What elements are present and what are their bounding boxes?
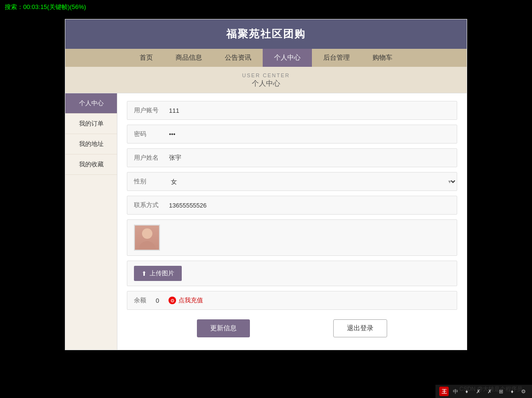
debug-text: 搜索：00:03:15(关键帧)(56%) (5, 3, 86, 10)
nav-news[interactable]: 公告资讯 (213, 49, 263, 67)
taskbar-icon-4[interactable]: ✗ (485, 387, 494, 396)
username-label: 用户姓名 (127, 149, 165, 167)
site-title: 福聚苑社区团购 (226, 28, 306, 40)
recharge-link[interactable]: ⊙ 点我充值 (168, 296, 203, 305)
gender-label: 性别 (127, 172, 165, 190)
taskbar-icon-2[interactable]: ♦ (462, 387, 471, 396)
taskbar-badge-icon[interactable]: 王 (439, 387, 449, 396)
taskbar-icons: 王 中 ♦ ✗ ✗ ⊞ ♦ ⚙ (435, 385, 532, 398)
balance-label: 余额 (134, 296, 146, 305)
logout-button[interactable]: 退出登录 (333, 319, 387, 337)
contact-input[interactable] (165, 197, 457, 214)
content-area: 个人中心 我的订单 我的地址 我的收藏 用户账号 密码 (65, 93, 467, 350)
taskbar-icon-3[interactable]: ✗ (473, 387, 483, 396)
sidebar-item-orders[interactable]: 我的订单 (65, 114, 117, 134)
account-row: 用户账号 (127, 101, 457, 120)
upload-row: ⬆ 上传图片 (127, 261, 457, 286)
upload-button[interactable]: ⬆ 上传图片 (134, 266, 182, 281)
taskbar-icon-1[interactable]: 中 (451, 387, 460, 396)
taskbar-icon-6[interactable]: ♦ (507, 387, 517, 396)
user-center-header-section: USER CENTER 个人中心 (65, 67, 467, 93)
update-label: 更新信息 (210, 324, 237, 332)
account-label: 用户账号 (127, 101, 165, 119)
uc-title-cn: 个人中心 (65, 79, 467, 88)
nav-user-center[interactable]: 个人中心 (263, 49, 312, 67)
balance-row: 余额 0 ⊙ 点我充值 (127, 291, 457, 310)
contact-label: 联系方式 (127, 196, 165, 214)
password-input[interactable] (165, 126, 457, 143)
username-input[interactable] (165, 150, 457, 166)
form-area: 用户账号 密码 用户姓名 性别 (117, 93, 467, 350)
balance-value: 0 (156, 297, 159, 304)
avatar (134, 225, 160, 251)
taskbar-icon-5[interactable]: ⊞ (496, 387, 505, 396)
password-row: 密码 (127, 125, 457, 144)
site-header: 福聚苑社区团购 (65, 19, 467, 49)
recharge-icon: ⊙ (168, 297, 176, 304)
sidebar-item-profile[interactable]: 个人中心 (65, 93, 117, 114)
upload-label: 上传图片 (150, 269, 174, 278)
action-row: 更新信息 退出登录 (127, 315, 457, 342)
site-nav: 首页 商品信息 公告资讯 个人中心 后台管理 购物车 (65, 49, 467, 67)
gender-select[interactable]: 女 男 (165, 173, 457, 190)
recharge-label: 点我充值 (178, 296, 203, 305)
nav-products[interactable]: 商品信息 (164, 49, 213, 67)
logout-label: 退出登录 (347, 324, 373, 332)
nav-home[interactable]: 首页 (128, 49, 164, 67)
nav-cart[interactable]: 购物车 (361, 49, 404, 67)
sidebar-item-favorites[interactable]: 我的收藏 (65, 154, 117, 175)
gender-select-wrapper: 女 男 ▼ (165, 173, 457, 190)
contact-row: 联系方式 (127, 196, 457, 215)
main-wrapper: 福聚苑社区团购 首页 商品信息 公告资讯 个人中心 后台管理 购物车 USER … (0, 19, 532, 351)
avatar-person-image (135, 225, 159, 251)
update-button[interactable]: 更新信息 (197, 319, 250, 337)
upload-icon: ⬆ (142, 270, 147, 277)
avatar-row (127, 219, 457, 256)
page-container: 福聚苑社区团购 首页 商品信息 公告资讯 个人中心 后台管理 购物车 USER … (65, 19, 467, 350)
uc-title-en: USER CENTER (65, 72, 467, 78)
gender-row: 性别 女 男 ▼ (127, 172, 457, 191)
account-input[interactable] (165, 102, 457, 119)
sidebar-item-address[interactable]: 我的地址 (65, 134, 117, 154)
password-label: 密码 (127, 125, 165, 143)
sidebar: 个人中心 我的订单 我的地址 我的收藏 (65, 93, 117, 350)
nav-admin[interactable]: 后台管理 (312, 49, 361, 67)
debug-bar: 搜索：00:03:15(关键帧)(56%) (0, 0, 532, 14)
username-row: 用户姓名 (127, 148, 457, 167)
taskbar-icon-7[interactable]: ⚙ (519, 387, 528, 396)
